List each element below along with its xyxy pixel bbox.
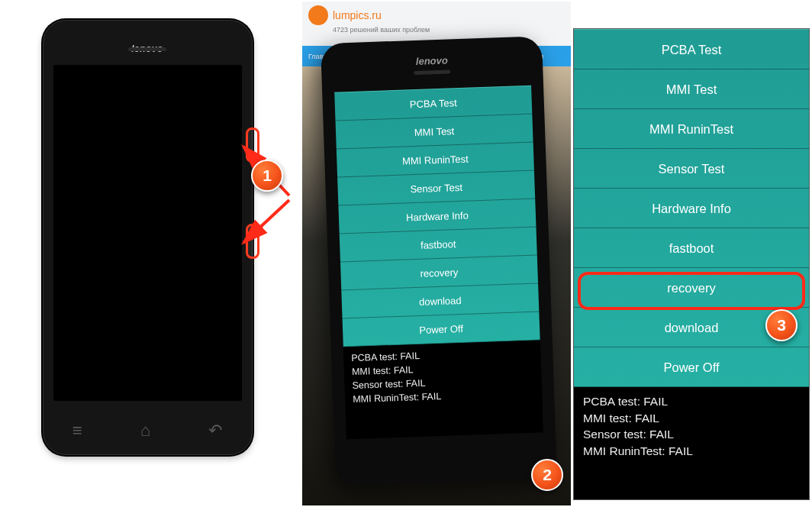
volume-button-highlight[interactable] [246, 128, 259, 163]
power-button-highlight[interactable] [246, 224, 259, 259]
phone-in-hand: lenovo PCBA Test MMI Test MMI RuninTest … [321, 36, 557, 486]
status-line: Sensor test: FAIL [583, 426, 800, 443]
softkey-row: ≡ ⌂ ↶ [44, 421, 252, 441]
panel-step-3: PCBA Test MMI Test MMI RuninTest Sensor … [574, 29, 809, 499]
menu-item-power-off[interactable]: Power Off [574, 347, 809, 387]
status-line: MMI RuninTest: FAIL [583, 443, 800, 460]
menu-item-recovery[interactable]: recovery [574, 268, 809, 308]
menu-item-mmi-test[interactable]: MMI Test [574, 69, 809, 109]
step-badge-2: 2 [531, 459, 563, 491]
phone-screen-off [53, 65, 242, 401]
step-badge-1: 1 [251, 160, 283, 192]
site-name: lumpics.ru [333, 9, 382, 21]
panel-step-1: lenovo ≡ ⌂ ↶ [25, 20, 269, 498]
status-block: PCBA test: FAIL MMI test: FAIL Sensor te… [343, 340, 543, 411]
status-line: MMI test: FAIL [583, 410, 800, 427]
site-logo-icon [308, 5, 328, 25]
status-block: PCBA test: FAIL MMI test: FAIL Sensor te… [574, 387, 809, 466]
step-number: 3 [777, 316, 786, 334]
speaker-slit [128, 47, 166, 51]
panel-step-2: lumpics.ru 4723 решений ваших проблем Гл… [302, 2, 571, 505]
menu-item-hardware-info[interactable]: Hardware Info [574, 189, 809, 228]
engineer-mode-screen: PCBA Test MMI Test MMI RuninTest Sensor … [334, 86, 543, 440]
softkey-home-icon[interactable]: ⌂ [140, 421, 150, 441]
menu-item-pcba-test[interactable]: PCBA Test [574, 30, 809, 69]
step-number: 1 [263, 166, 272, 185]
brand-logo: lenovo [416, 54, 448, 66]
site-tagline: 4723 решений ваших проблем [333, 26, 571, 34]
phone-earpiece: lenovo [105, 34, 189, 44]
engineer-menu: PCBA Test MMI Test MMI RuninTest Sensor … [334, 86, 540, 347]
menu-item-fastboot[interactable]: fastboot [574, 228, 809, 268]
speaker-slit [414, 69, 450, 75]
phone-front-off: lenovo ≡ ⌂ ↶ [43, 20, 253, 455]
menu-item-mmi-runintest[interactable]: MMI RuninTest [574, 109, 809, 149]
step-badge-3: 3 [765, 309, 798, 341]
status-line: PCBA test: FAIL [583, 393, 800, 410]
menu-item-sensor-test[interactable]: Sensor Test [574, 149, 809, 189]
tutorial-composite: lenovo ≡ ⌂ ↶ lu [0, 0, 812, 507]
step-number: 2 [543, 466, 552, 484]
softkey-menu-icon[interactable]: ≡ [72, 421, 82, 441]
softkey-back-icon[interactable]: ↶ [208, 421, 222, 441]
